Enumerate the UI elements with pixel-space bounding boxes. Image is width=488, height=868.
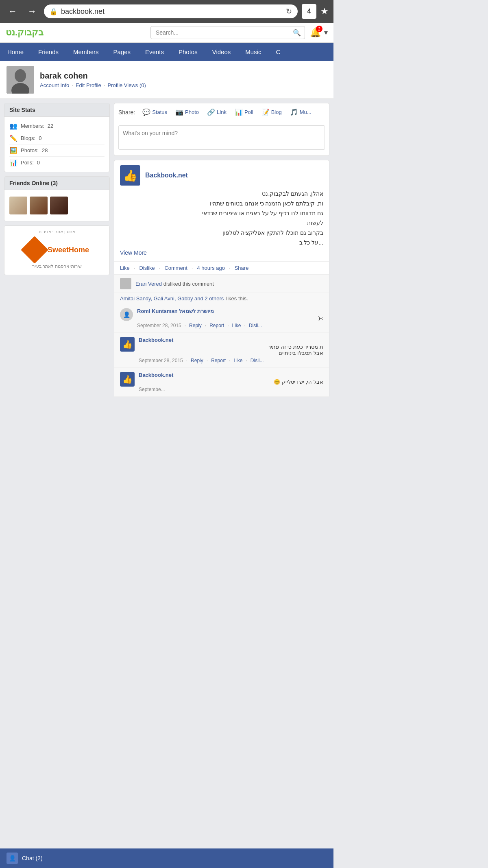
blogs-label: Blogs:: [21, 135, 35, 141]
thumbs-up-icon: 👍: [123, 169, 137, 182]
sidebar-stats: 👥 Members: 22 ✏️ Blogs: 0 🖼️ Photos: 28 …: [4, 117, 109, 172]
view-more-link[interactable]: View More: [120, 249, 147, 256]
nav-photos[interactable]: Photos: [171, 43, 205, 61]
post-meta: Backbook.net: [145, 172, 323, 179]
nav-home[interactable]: Home: [0, 43, 31, 61]
eran-vered-link[interactable]: Eran Vered: [135, 281, 162, 287]
account-info-link[interactable]: Account Info: [40, 82, 69, 88]
polls-count: 0: [37, 160, 40, 166]
share-tab-music[interactable]: 🎵 Mu...: [287, 107, 315, 118]
share-tab-blog[interactable]: 📝 Blog: [258, 107, 285, 118]
forward-button[interactable]: →: [24, 4, 40, 18]
dropdown-arrow[interactable]: ▾: [324, 28, 328, 37]
like-2[interactable]: Like: [234, 358, 243, 363]
polls-icon: 📊: [9, 159, 17, 166]
likers-names: Amitai Sandy, Gali Avni, Gabby and 2 oth…: [120, 295, 224, 302]
share-tabs: Share: 💬 Status 📷 Photo 🔗 Link 📊 Poll: [114, 103, 329, 121]
dislike-2[interactable]: Disli...: [251, 358, 264, 363]
dislike-1[interactable]: Disli...: [249, 323, 262, 328]
share-bar: Share: 💬 Status 📷 Photo 🔗 Link 📊 Poll: [114, 103, 329, 156]
profile-header: barak cohen Account Info · Edit Profile …: [0, 61, 333, 99]
friend-thumb-3[interactable]: [50, 197, 68, 214]
comments-section: Eran Vered disliked this comment Amitai …: [114, 274, 329, 397]
refresh-icon[interactable]: ↻: [286, 7, 292, 16]
lock-icon: 🔒: [50, 8, 58, 15]
site-stats-title: Site Stats: [4, 103, 109, 117]
nav-more[interactable]: C: [268, 43, 288, 61]
members-label: Members:: [21, 123, 44, 129]
nav-videos[interactable]: Videos: [205, 43, 238, 61]
site-header: בקבוק.נט 🔍 🔔 2 ▾: [0, 23, 333, 43]
notification-badge: 2: [316, 26, 322, 32]
address-bar[interactable]: 🔒 backbook.net ↻: [44, 4, 298, 18]
main-content: Site Stats 👥 Members: 22 ✏️ Blogs: 0 🖼️ …: [0, 99, 333, 405]
feed: Share: 💬 Status 📷 Photo 🔗 Link 📊 Poll: [114, 103, 329, 401]
friends-online-section: [4, 190, 109, 221]
profile-views-link[interactable]: Profile Views (0): [107, 82, 146, 88]
backbook-name-3[interactable]: Backbook.net: [139, 372, 173, 378]
share-tab-photo[interactable]: 📷 Photo: [172, 107, 202, 118]
report-1[interactable]: Report: [209, 323, 224, 328]
search-input[interactable]: [150, 26, 305, 39]
members-icon: 👥: [9, 122, 17, 130]
post-body-4: בקרוב גם תוכלו להתקין אפליקציה לטלפון: [120, 230, 323, 236]
friends-online-title: Friends Online (3): [4, 177, 109, 190]
friend-thumb-1[interactable]: [9, 197, 27, 214]
reply-1[interactable]: Reply: [189, 323, 202, 328]
profile-name: barak cohen: [40, 71, 327, 81]
polls-stat: 📊 Polls: 0: [9, 157, 105, 168]
nav-music[interactable]: Music: [238, 43, 268, 61]
members-count: 22: [48, 123, 53, 129]
backbook-avatar-3: 👍: [120, 372, 135, 387]
post-body-2: גם תדווחו לנו בכיף על על באגים או שיפורי…: [120, 210, 323, 216]
comment-1-body: Romi Kuntsman מיושרת לשמאל :-( September…: [137, 308, 323, 328]
photos-icon: 🖼️: [9, 146, 17, 154]
tab-count[interactable]: 4: [302, 4, 316, 19]
like-1[interactable]: Like: [232, 323, 241, 328]
backbook-name-2[interactable]: Backbook.net: [139, 337, 173, 343]
share-tab-link[interactable]: 🔗 Link: [204, 107, 230, 118]
post-author-name[interactable]: Backbook.net: [145, 172, 323, 179]
post-actions: Like · Dislike · Comment · 4 hours ago ·…: [114, 261, 329, 274]
post-body-1: ות, קיבלתם לכאן הזמנה כי אנחנו בטוחים שת…: [120, 200, 323, 207]
status-input[interactable]: [118, 125, 325, 150]
post-header: 👍 Backbook.net: [114, 160, 329, 190]
notif-text: Eran Vered disliked this comment: [135, 281, 214, 287]
dislike-action[interactable]: Dislike: [139, 265, 155, 271]
back-button[interactable]: ←: [5, 4, 20, 18]
comment-action[interactable]: Comment: [164, 265, 187, 271]
nav-members[interactable]: Members: [66, 43, 106, 61]
search-bar[interactable]: 🔍: [150, 26, 305, 39]
bookmark-button[interactable]: ★: [320, 6, 329, 17]
edit-profile-link[interactable]: Edit Profile: [76, 82, 101, 88]
post-body-3: לעשות: [120, 220, 323, 226]
notification-bell[interactable]: 🔔 2: [310, 27, 321, 38]
share-action[interactable]: Share: [235, 265, 249, 271]
post-card: 👍 Backbook.net אהלן, הגעתם לבקבוק.נט ות,…: [114, 160, 329, 397]
photos-stat: 🖼️ Photos: 28: [9, 144, 105, 157]
eran-vered-avatar: [120, 278, 131, 289]
nav-pages[interactable]: Pages: [106, 43, 138, 61]
reply-2[interactable]: Reply: [191, 358, 203, 363]
share-tab-status[interactable]: 💬 Status: [139, 107, 170, 118]
friends-online-card: Friends Online (3): [4, 176, 110, 221]
share-label: Share:: [118, 109, 135, 116]
ad-subtext: שירותי אחסנות לאתר בעייר: [8, 264, 106, 271]
share-tab-poll[interactable]: 📊 Poll: [231, 107, 257, 118]
search-icon: 🔍: [293, 29, 301, 37]
comment-2-text: ת מטריד כעת כי זה פתיר אבל תסבלו ביניתיי…: [139, 344, 323, 356]
members-stat: 👥 Members: 22: [9, 120, 105, 132]
like-action[interactable]: Like: [120, 265, 130, 271]
romi-name[interactable]: Romi Kuntsman מיושרת לשמאל: [137, 308, 214, 314]
blog-icon: 📝: [261, 108, 270, 116]
sweethome-logo[interactable]: SweetHome: [8, 236, 106, 264]
nav-events[interactable]: Events: [138, 43, 171, 61]
nav-friends[interactable]: Friends: [31, 43, 66, 61]
report-2[interactable]: Report: [211, 358, 226, 363]
ad-section: אחסון אתר באדיבות SweetHome שירותי אחסנו…: [4, 226, 109, 275]
photos-count: 28: [42, 147, 48, 153]
profile-info: barak cohen Account Info · Edit Profile …: [40, 71, 327, 88]
friend-thumb-2[interactable]: [30, 197, 48, 214]
link-icon: 🔗: [207, 108, 215, 116]
comment-3: 👍 Backbook.net אבל הי, יש דיסלייק 😊 Sept…: [114, 368, 329, 397]
